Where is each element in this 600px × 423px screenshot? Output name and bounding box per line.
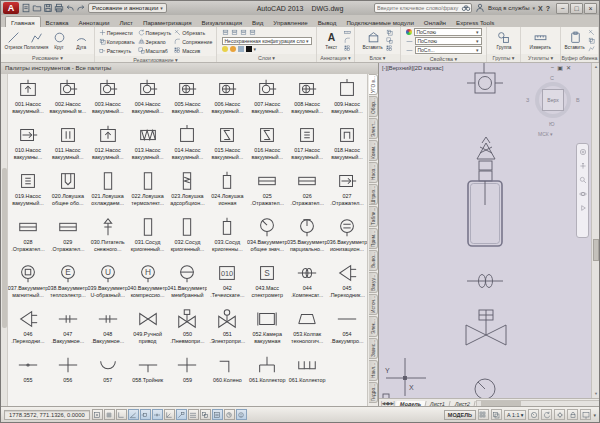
- palette-item[interactable]: U 039.Вакуумметр U-образный...: [88, 260, 128, 306]
- palette-item[interactable]: 028 .Отражател...: [8, 214, 48, 260]
- exchange-icon[interactable]: X: [538, 5, 543, 12]
- panel-label[interactable]: Группы ▾: [487, 54, 520, 62]
- palette-tab[interactable]: Штрих...: [369, 184, 378, 205]
- search-icon[interactable]: [461, 3, 471, 13]
- panel-label[interactable]: Слои ▾: [217, 54, 316, 62]
- palette-title-bar[interactable]: Палитры инструментов - Все палитры: [1, 63, 378, 74]
- drafting-toggle-button[interactable]: [128, 409, 139, 420]
- palette-tab[interactable]: Источ...: [369, 294, 378, 315]
- palette-item[interactable]: 058.Тройник: [128, 352, 168, 398]
- status-menu-icon[interactable]: ▾: [593, 412, 596, 418]
- edit-tool-button[interactable]: Повернуть: [138, 28, 172, 37]
- linetype-dropdown[interactable]: ПоСлою ▾: [415, 37, 482, 45]
- panel-label[interactable]: Блок ▾: [355, 54, 400, 62]
- palette-tab[interactable]: Элек...: [369, 316, 378, 337]
- panel-label[interactable]: Буфер обмена: [561, 54, 598, 62]
- drawing-canvas[interactable]: [-][Верхний][2D каркас] − ▣ ✕: [379, 63, 599, 408]
- palette-item[interactable]: 032.Сосуд криогенный...: [168, 214, 208, 260]
- panel-label[interactable]: Свойства ▾: [401, 55, 486, 62]
- palette-item[interactable]: 010 042 .Течеискате...: [207, 260, 247, 306]
- palette-item[interactable]: 027 .Отражател...: [327, 168, 367, 214]
- drafting-toggle-button[interactable]: [200, 409, 211, 420]
- palette-tab[interactable]: Прим...: [369, 228, 378, 249]
- palette-item[interactable]: 030.Питатель снежного...: [88, 214, 128, 260]
- drafting-toggle-button[interactable]: [236, 409, 247, 420]
- zoom-icon[interactable]: [579, 176, 587, 184]
- coordinates-readout[interactable]: 1778.3572, 771.1326, 0.0000: [4, 410, 90, 420]
- palette-item[interactable]: 007.Насос вакуумный...: [247, 76, 287, 122]
- palette-item[interactable]: 017.Насос вакуумный...: [287, 122, 327, 168]
- palette-item[interactable]: 050 .Пневмопри...: [168, 306, 208, 352]
- palette-item[interactable]: 021.Ловушка охлаждаем...: [88, 168, 128, 214]
- edit-tool-button[interactable]: Копировать: [99, 37, 135, 46]
- vertical-scrollbar[interactable]: ▲ ▼: [591, 63, 599, 398]
- viewcube-top-face[interactable]: Верх: [542, 89, 564, 111]
- color-dropdown[interactable]: ПоСлою ▾: [414, 28, 482, 36]
- drafting-toggle-button[interactable]: [224, 409, 235, 420]
- viewcube-south[interactable]: Ю: [549, 121, 555, 127]
- drafting-toggle-button[interactable]: [140, 409, 151, 420]
- drafting-toggle-button[interactable]: [212, 409, 223, 420]
- palette-item[interactable]: 053.Колпак технологич...: [287, 306, 327, 352]
- bulb-icon[interactable]: [222, 46, 228, 52]
- palette-item[interactable]: 023.Ловушка адсорбцион...: [168, 168, 208, 214]
- palette-item[interactable]: 018.Насос вакуумный...: [327, 122, 367, 168]
- palette-item[interactable]: 002.Насос вакуумный м...: [48, 76, 88, 122]
- palette-item[interactable]: 005.Насос вакуумный...: [168, 76, 208, 122]
- palette-item[interactable]: 022.Ловушка термоэлект...: [128, 168, 168, 214]
- palette-tab[interactable]: УГО в...: [369, 74, 378, 95]
- palette-item[interactable]: 025 .Отражател...: [247, 168, 287, 214]
- ribbon-tab[interactable]: Express Tools: [451, 17, 499, 27]
- palette-item[interactable]: 010.Насос вакуумны...: [8, 122, 48, 168]
- match-properties-icon[interactable]: [588, 45, 595, 52]
- palette-item[interactable]: 054 .Вакуумпро...: [327, 306, 367, 352]
- edit-tool-button[interactable]: Перенести: [99, 28, 135, 37]
- palette-item[interactable]: 041.Вакуумметр мембранный: [168, 260, 208, 306]
- sun-icon[interactable]: [230, 46, 236, 52]
- drafting-toggle-button[interactable]: [164, 409, 175, 420]
- palette-item[interactable]: 033.Сосуд криогенны...: [207, 214, 247, 260]
- ribbon-tab[interactable]: Управление: [268, 17, 312, 27]
- orbit-icon[interactable]: [579, 190, 587, 198]
- steering-wheel-icon[interactable]: [579, 148, 587, 156]
- annotation-scale-button[interactable]: А 1:1 ▾: [504, 410, 527, 420]
- draw-tool-button[interactable]: Полилиния: [26, 31, 47, 50]
- ribbon-tab[interactable]: Вид: [247, 17, 268, 27]
- paste-button[interactable]: Вставить: [565, 31, 586, 50]
- ribbon-tab[interactable]: Визуализация: [197, 17, 248, 27]
- save-icon[interactable]: [43, 3, 53, 13]
- edit-tool-button[interactable]: Масштаб: [138, 46, 172, 55]
- insert-block-button[interactable]: Вставить: [363, 31, 384, 50]
- palette-item[interactable]: 061.Коллектор: [247, 352, 287, 398]
- palette-item[interactable]: S 043.Масс спектрометр: [247, 260, 287, 306]
- drafting-toggle-button[interactable]: [92, 409, 103, 420]
- palette-item[interactable]: 029 .Отражател...: [48, 214, 88, 260]
- palette-item[interactable]: Н 040.Вакуумметр компрессио...: [128, 260, 168, 306]
- palette-item[interactable]: 009.Насос вакуумный...: [327, 76, 367, 122]
- search-input[interactable]: [375, 5, 461, 11]
- palette-item[interactable]: 003.Насос вакуумный...: [88, 76, 128, 122]
- palette-item[interactable]: 004.Насос вакуумный...: [128, 76, 168, 122]
- layer-config-dropdown[interactable]: Несохраненная конфигурация сло ▾: [222, 37, 312, 45]
- view-cube[interactable]: Верх С Ю З В МСК ▾: [526, 75, 580, 137]
- vertical-scrollbar-thumb[interactable]: [593, 239, 599, 261]
- draw-tool-button[interactable]: Круг: [49, 31, 70, 50]
- table-icon[interactable]: [344, 45, 351, 52]
- autoscale-icon[interactable]: [541, 409, 552, 420]
- palette-item[interactable]: 056: [48, 352, 88, 398]
- ribbon-tab[interactable]: Лист: [115, 17, 138, 27]
- layer-isolate-icon[interactable]: [240, 29, 247, 36]
- group-button[interactable]: Группа: [493, 31, 514, 50]
- palette-item[interactable]: 020.Ловушка общее обо...: [48, 168, 88, 214]
- palette-item[interactable]: 052.Камера вакуумная: [247, 306, 287, 352]
- drafting-toggle-button[interactable]: [176, 409, 187, 420]
- palette-item[interactable]: 031.Сосуд криогенный...: [128, 214, 168, 260]
- redo-icon[interactable]: [76, 3, 86, 13]
- layer-color-swatch[interactable]: [246, 46, 252, 52]
- palette-tab[interactable]: Выво...: [369, 250, 378, 271]
- workspace-dropdown[interactable]: Рисование и аннотации ▾: [88, 3, 167, 13]
- scroll-up-icon[interactable]: ▲: [592, 63, 599, 71]
- drafting-toggle-button[interactable]: [116, 409, 127, 420]
- dimension-icon[interactable]: [344, 29, 351, 36]
- scroll-down-icon[interactable]: ▼: [592, 390, 599, 398]
